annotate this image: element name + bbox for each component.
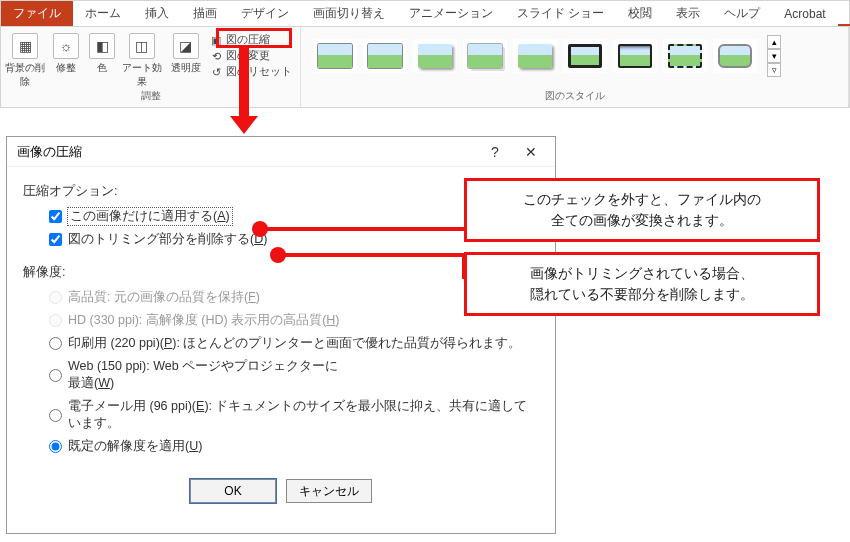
radio-email-96[interactable]: 電子メール用 (96 ppi)(E): ドキュメントのサイズを最小限に抑え、共有… [49, 398, 539, 432]
reset-picture-label: 図のリセット [226, 65, 292, 79]
picture-style-8[interactable] [663, 39, 707, 73]
radio-print-220-label: 印刷用 (220 ppi)(P): ほとんどのプリンターと画面で優れた品質が得ら… [68, 335, 521, 352]
dialog-titlebar: 画像の圧縮 ? ✕ [7, 137, 555, 167]
artistic-icon: ◫ [129, 33, 155, 59]
dialog-title: 画像の圧縮 [17, 143, 477, 161]
annotation-1-line2: 全ての画像が変換されます。 [551, 212, 733, 228]
artistic-label: アート効果 [118, 61, 167, 89]
chevron-up-icon[interactable]: ▴ [767, 35, 781, 49]
tab-transitions[interactable]: 画面切り替え [301, 1, 397, 26]
tab-file[interactable]: ファイル [1, 1, 73, 26]
annotation-2-line1: 画像がトリミングされている場合、 [530, 265, 754, 281]
checkbox-delete-cropped-input[interactable] [49, 233, 62, 246]
close-button[interactable]: ✕ [513, 144, 549, 160]
picture-style-9[interactable] [713, 39, 757, 73]
annotation-leader-1 [260, 227, 466, 231]
picture-style-2[interactable] [363, 39, 407, 73]
remove-background-label: 背景の削除 [5, 61, 46, 89]
picture-style-5[interactable] [513, 39, 557, 73]
picture-style-4[interactable] [463, 39, 507, 73]
tab-insert[interactable]: 挿入 [133, 1, 181, 26]
tab-picture-format[interactable]: 図の形式 [838, 1, 850, 26]
ribbon-group-picture-styles: ▴ ▾ ▿ 図のスタイル [301, 27, 849, 107]
radio-email-96-input[interactable] [49, 409, 62, 422]
section-compress-options: 圧縮オプション: [23, 183, 539, 200]
group-styles-label: 図のスタイル [305, 89, 844, 105]
radio-high-quality-input [49, 291, 62, 304]
reset-picture-button[interactable]: ↺ 図のリセット [209, 65, 292, 79]
tab-animations[interactable]: アニメーション [397, 1, 505, 26]
color-icon: ◧ [89, 33, 115, 59]
help-button[interactable]: ? [477, 144, 513, 160]
ribbon-body: ▦ 背景の削除 ☼ 修整 ◧ 色 ◫ アート効果 ◪ 透明度 [1, 27, 849, 107]
corrections-label: 修整 [56, 61, 76, 75]
tab-acrobat[interactable]: Acrobat [772, 1, 837, 26]
tab-review[interactable]: 校閲 [616, 1, 664, 26]
tab-draw[interactable]: 描画 [181, 1, 229, 26]
dialog-button-row: OK キャンセル [7, 469, 555, 515]
annotation-box-1: このチェックを外すと、ファイル内の 全ての画像が変換されます。 [464, 178, 820, 242]
checkbox-apply-only-this-input[interactable] [49, 210, 62, 223]
chevron-down-icon[interactable]: ▾ [767, 49, 781, 63]
tab-design[interactable]: デザイン [229, 1, 301, 26]
color-label: 色 [97, 61, 107, 75]
tab-view[interactable]: 表示 [664, 1, 712, 26]
ok-button[interactable]: OK [190, 479, 276, 503]
annotation-2-line2: 隠れている不要部分を削除します。 [530, 286, 754, 302]
remove-background-button[interactable]: ▦ 背景の削除 [5, 29, 46, 89]
picture-style-3[interactable] [413, 39, 457, 73]
compress-icon: ▣ [209, 33, 223, 47]
transparency-label: 透明度 [171, 61, 201, 75]
radio-default-resolution-label: 既定の解像度を適用(U) [68, 438, 202, 455]
compress-pictures-button[interactable]: ▣ 図の圧縮 [209, 33, 292, 47]
radio-print-220-input[interactable] [49, 337, 62, 350]
compress-label: 図の圧縮 [226, 33, 270, 47]
cancel-button[interactable]: キャンセル [286, 479, 372, 503]
radio-default-resolution[interactable]: 既定の解像度を適用(U) [49, 438, 539, 455]
ribbon: ファイル ホーム 挿入 描画 デザイン 画面切り替え アニメーション スライド … [0, 0, 850, 108]
radio-web-150-input[interactable] [49, 369, 62, 382]
radio-web-150-label: Web (150 ppi): Web ページやプロジェクターに最適(W) [68, 358, 349, 392]
group-adjust-label: 調整 [5, 89, 296, 105]
ribbon-tabbar: ファイル ホーム 挿入 描画 デザイン 画面切り替え アニメーション スライド … [1, 1, 849, 27]
color-button[interactable]: ◧ 色 [87, 29, 118, 75]
radio-hd-330-label: HD (330 ppi): 高解像度 (HD) 表示用の高品質(H) [68, 312, 340, 329]
adjust-mini-stack: ▣ 図の圧縮 ⟲ 図の変更 ↺ 図のリセット [205, 29, 296, 79]
tab-slideshow[interactable]: スライド ショー [505, 1, 616, 26]
picture-style-1[interactable] [313, 39, 357, 73]
brightness-icon: ☼ [53, 33, 79, 59]
change-picture-button[interactable]: ⟲ 図の変更 [209, 49, 292, 63]
change-picture-label: 図の変更 [226, 49, 270, 63]
picture-style-6[interactable] [563, 39, 607, 73]
artistic-effects-button[interactable]: ◫ アート効果 [118, 29, 167, 89]
checkbox-delete-cropped-label: 図のトリミング部分を削除する(D) [68, 231, 267, 248]
radio-high-quality-label: 高品質: 元の画像の品質を保持(F) [68, 289, 260, 306]
tab-help[interactable]: ヘルプ [712, 1, 772, 26]
annotation-1-line1: このチェックを外すと、ファイル内の [523, 191, 761, 207]
tab-home[interactable]: ホーム [73, 1, 133, 26]
corrections-button[interactable]: ☼ 修整 [46, 29, 87, 75]
radio-email-96-label: 電子メール用 (96 ppi)(E): ドキュメントのサイズを最小限に抑え、共有… [68, 398, 539, 432]
gallery-more-icon[interactable]: ▿ [767, 63, 781, 77]
change-picture-icon: ⟲ [209, 49, 223, 63]
radio-default-resolution-input[interactable] [49, 440, 62, 453]
ribbon-group-adjust: ▦ 背景の削除 ☼ 修整 ◧ 色 ◫ アート効果 ◪ 透明度 [1, 27, 301, 107]
annotation-leader-2 [278, 253, 466, 257]
transparency-button[interactable]: ◪ 透明度 [166, 29, 205, 75]
radio-web-150[interactable]: Web (150 ppi): Web ページやプロジェクターに最適(W) [49, 358, 349, 392]
annotation-box-2: 画像がトリミングされている場合、 隠れている不要部分を削除します。 [464, 252, 820, 316]
radio-hd-330-input [49, 314, 62, 327]
reset-picture-icon: ↺ [209, 65, 223, 79]
radio-print-220[interactable]: 印刷用 (220 ppi)(P): ほとんどのプリンターと画面で優れた品質が得ら… [49, 335, 539, 352]
checkbox-apply-only-this-label: この画像だけに適用する(A) [68, 208, 232, 225]
styles-gallery-nav[interactable]: ▴ ▾ ▿ [767, 35, 781, 77]
picture-style-7[interactable] [613, 39, 657, 73]
transparency-icon: ◪ [173, 33, 199, 59]
remove-background-icon: ▦ [12, 33, 38, 59]
